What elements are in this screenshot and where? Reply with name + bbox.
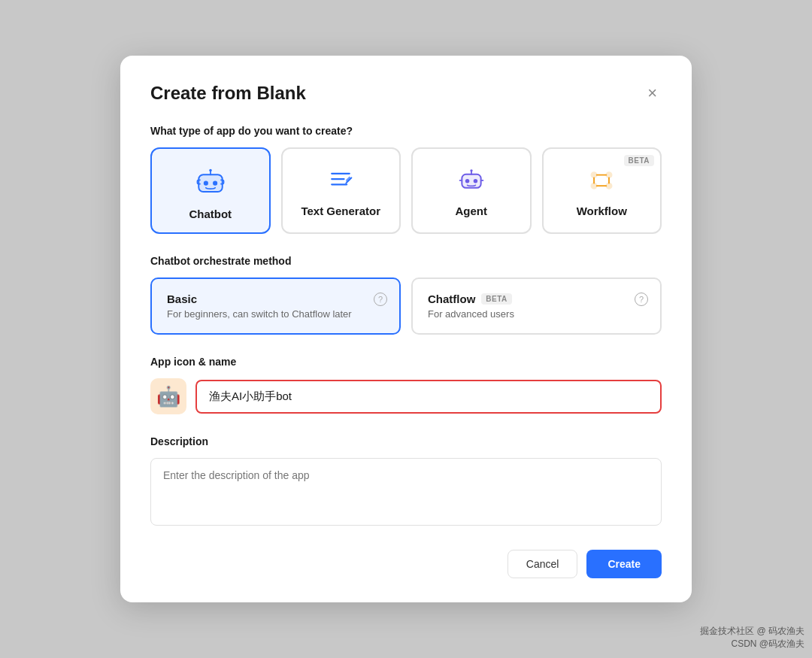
modal-footer: Cancel Create (150, 550, 662, 578)
app-icon-button[interactable]: 🤖 (150, 378, 186, 414)
app-icon-emoji: 🤖 (156, 385, 180, 408)
chatbot-icon (195, 165, 226, 200)
basic-desc: For beginners, can switch to Chatflow la… (167, 308, 384, 320)
basic-title: Basic (167, 293, 384, 305)
chatflow-help-icon[interactable]: ? (635, 293, 648, 306)
agent-label: Agent (456, 205, 488, 217)
orchestrate-chatflow[interactable]: Chatflow BETA For advanced users ? (411, 277, 662, 335)
svg-point-14 (592, 183, 597, 189)
workflow-beta-badge: BETA (624, 155, 654, 166)
description-section: Description (150, 435, 662, 550)
modal-title: Create from Blank (150, 83, 306, 104)
app-name-section: App icon & name 🤖 (150, 356, 662, 414)
close-button[interactable]: × (643, 83, 662, 103)
chatbot-label: Chatbot (189, 208, 232, 220)
basic-help-icon[interactable]: ? (374, 293, 387, 306)
svg-point-13 (607, 172, 612, 177)
chatflow-desc: For advanced users (428, 308, 645, 320)
svg-point-9 (470, 169, 472, 171)
app-name-input[interactable] (195, 380, 662, 414)
watermark-line2: CSDN @码农渔夫 (700, 638, 804, 650)
orchestrate-section-label: Chatbot orchestrate method (150, 255, 662, 267)
svg-point-2 (204, 181, 208, 186)
app-type-grid: Chatbot Text Generator (150, 147, 662, 234)
text-generator-icon (326, 165, 355, 197)
watermark: 掘金技术社区 @ 码农渔夫 CSDN @码农渔夫 (700, 625, 804, 650)
text-generator-label: Text Generator (301, 205, 380, 217)
app-type-text-generator[interactable]: Text Generator (281, 147, 401, 234)
modal-dialog: Create from Blank × What type of app do … (120, 56, 692, 602)
app-type-section: What type of app do you want to create? (150, 125, 662, 234)
svg-point-12 (592, 172, 597, 177)
app-type-chatbot[interactable]: Chatbot (150, 147, 271, 234)
description-textarea[interactable] (150, 458, 662, 526)
workflow-label: Workflow (577, 205, 627, 217)
watermark-line1: 掘金技术社区 @ 码农渔夫 (700, 625, 804, 638)
svg-point-15 (607, 183, 612, 189)
description-label: Description (150, 435, 662, 447)
svg-point-3 (213, 181, 217, 186)
modal-overlay: Create from Blank × What type of app do … (0, 0, 812, 658)
svg-point-8 (473, 179, 477, 183)
modal-header: Create from Blank × (150, 83, 662, 104)
workflow-icon (587, 165, 616, 197)
cancel-button[interactable]: Cancel (508, 550, 578, 578)
app-name-row: 🤖 (150, 378, 662, 414)
app-type-workflow[interactable]: BETA Workflow (542, 147, 662, 234)
orchestrate-basic[interactable]: Basic For beginners, can switch to Chatf… (150, 277, 401, 335)
orchestrate-grid: Basic For beginners, can switch to Chatf… (150, 277, 662, 335)
create-button[interactable]: Create (586, 550, 662, 578)
agent-icon (457, 165, 486, 197)
app-type-section-label: What type of app do you want to create? (150, 125, 662, 137)
svg-point-7 (465, 179, 469, 183)
app-name-label: App icon & name (150, 356, 662, 368)
svg-point-4 (209, 169, 212, 172)
chatflow-title: Chatflow BETA (428, 293, 645, 305)
chatflow-beta-badge: BETA (481, 293, 511, 305)
orchestrate-section: Chatbot orchestrate method Basic For beg… (150, 255, 662, 335)
app-type-agent[interactable]: Agent (411, 147, 532, 234)
